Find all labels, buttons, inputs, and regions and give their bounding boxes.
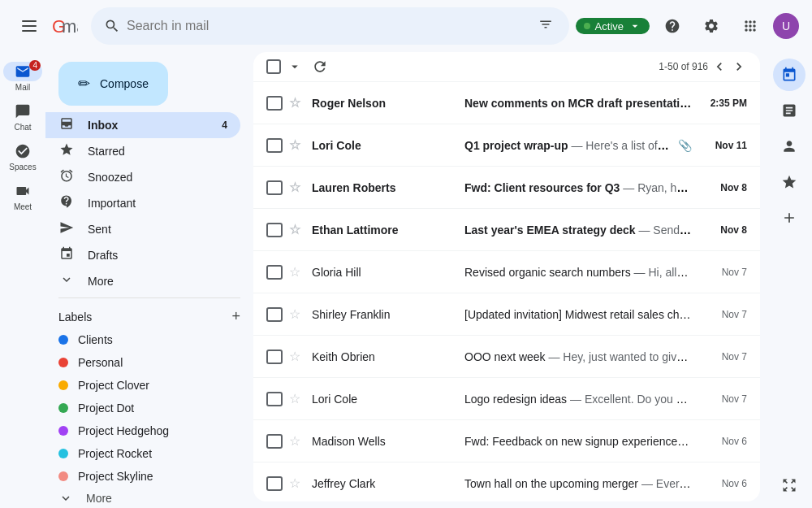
email-sender-5: Gloria Hill (312, 266, 458, 279)
hamburger-menu[interactable] (13, 10, 45, 42)
email-row[interactable]: ☆ Gloria Hill Revised organic search num… (253, 251, 760, 293)
email-star-2[interactable]: ☆ (289, 137, 305, 153)
label-item-project-hedgehog[interactable]: Project Hedgehog (45, 419, 240, 442)
right-panel-star[interactable] (773, 166, 806, 198)
email-row[interactable]: ☆ Roger Nelson New comments on MCR draft… (253, 82, 760, 124)
email-checkbox-5[interactable] (266, 265, 283, 280)
email-checkbox-7[interactable] (266, 350, 283, 364)
email-checkbox-2[interactable] (266, 138, 283, 153)
email-subject-snippet-3: Fwd: Client resources for Q3 — Ryan, her… (464, 181, 692, 194)
email-snippet-7: — Hey, just wanted to give you a heads u… (548, 350, 692, 363)
email-subject-snippet-6: [Updated invitation] Midwest retail sale… (464, 308, 692, 321)
label-item-project-skyline[interactable]: Project Skyline (45, 465, 240, 488)
nav-chat[interactable]: Chat (0, 98, 45, 135)
email-row[interactable]: ☆ Ethan Lattimore Last year's EMEA strat… (253, 209, 760, 251)
email-row[interactable]: ☆ Keith Obrien OOO next week — Hey, just… (253, 336, 760, 378)
add-label-button[interactable]: + (231, 308, 240, 325)
apps-button[interactable] (734, 10, 767, 42)
right-panel-expand[interactable] (773, 469, 806, 501)
email-checkbox-8[interactable] (266, 392, 283, 406)
email-subject-10: Town hall on the upcoming merger (464, 477, 638, 490)
settings-button[interactable] (695, 10, 728, 42)
search-input[interactable] (127, 19, 535, 33)
email-star-1[interactable]: ☆ (289, 95, 305, 111)
label-item-project-clover[interactable]: Project Clover (45, 374, 240, 397)
label-item-personal[interactable]: Personal (45, 351, 240, 374)
email-checkbox-9[interactable] (266, 434, 283, 449)
topbar-right: Active U (576, 10, 799, 42)
help-button[interactable] (656, 10, 689, 42)
gmail-logo: Gmail (52, 13, 78, 39)
email-row[interactable]: ☆ Lori Cole Logo redesign ideas — Excell… (253, 378, 760, 420)
label-text-project-hedgehog: Project Hedgehog (78, 424, 169, 437)
right-panel-contacts[interactable] (773, 130, 806, 163)
email-star-6[interactable]: ☆ (289, 306, 305, 322)
email-star-7[interactable]: ☆ (289, 349, 305, 364)
label-text-project-dot: Project Dot (78, 402, 134, 415)
email-row[interactable]: ☆ Lori Cole Q1 project wrap-up — Here's … (253, 124, 760, 167)
email-row[interactable]: ☆ Lauren Roberts Fwd: Client resources f… (253, 167, 760, 209)
active-status-badge[interactable]: Active (576, 18, 650, 34)
prev-page-button[interactable] (711, 59, 728, 75)
email-subject-snippet-10: Town hall on the upcoming merger — Every… (464, 477, 692, 490)
user-avatar[interactable]: U (773, 13, 799, 39)
label-item-project-dot[interactable]: Project Dot (45, 397, 240, 419)
refresh-button[interactable] (312, 59, 328, 75)
compose-button[interactable]: ✏ Compose (58, 62, 168, 106)
email-checkbox-6[interactable] (266, 307, 283, 322)
email-date-6: Nov 7 (698, 309, 747, 320)
nav-item-sent[interactable]: Sent (45, 216, 240, 242)
email-star-8[interactable]: ☆ (289, 391, 305, 406)
email-row[interactable]: ☆ Jeffrey Clark Town hall on the upcomin… (253, 462, 760, 501)
email-date-7: Nov 7 (698, 351, 747, 363)
email-date-1: 2:35 PM (698, 98, 747, 109)
nav-item-more[interactable]: More (45, 268, 240, 294)
label-item-project-rocket[interactable]: Project Rocket (45, 442, 240, 465)
nav-item-drafts[interactable]: Drafts (45, 242, 240, 268)
search-filter-button[interactable] (535, 14, 556, 38)
email-checkbox-4[interactable] (266, 223, 283, 237)
next-page-button[interactable] (731, 59, 747, 75)
email-list-header: 1-50 of 916 (253, 52, 760, 82)
nav-item-starred[interactable]: Starred (45, 138, 240, 164)
nav-badge-inbox: 4 (222, 119, 227, 131)
email-sender-10: Jeffrey Clark (312, 477, 458, 490)
nav-mail[interactable]: 4 Mail (0, 59, 45, 95)
nav-spaces[interactable]: Spaces (0, 138, 45, 175)
email-star-3[interactable]: ☆ (289, 180, 305, 195)
email-checkbox-10[interactable] (266, 476, 283, 491)
email-date-9: Nov 6 (698, 436, 747, 447)
nav-item-important[interactable]: Important (45, 190, 240, 216)
more-labels-label: More (86, 492, 112, 505)
email-row[interactable]: ☆ Shirley Franklin [Updated invitation] … (253, 293, 760, 336)
main-content: 4 Mail Chat Spaces Meet ✏ Compose (0, 52, 812, 508)
nav-item-inbox[interactable]: Inbox 4 (45, 112, 240, 138)
email-star-10[interactable]: ☆ (289, 475, 305, 491)
right-panel-calendar[interactable] (773, 59, 806, 91)
search-bar[interactable] (91, 7, 569, 45)
nav-meet[interactable]: Meet (0, 178, 45, 215)
email-checkbox-1[interactable] (266, 96, 283, 111)
label-text-personal: Personal (78, 356, 123, 369)
label-text-project-rocket: Project Rocket (78, 447, 152, 460)
nav-item-snoozed[interactable]: Snoozed (45, 164, 240, 190)
select-all-checkbox[interactable] (266, 59, 281, 74)
label-item-clients[interactable]: Clients (45, 328, 240, 351)
labels-divider (58, 297, 240, 298)
more-labels-item[interactable]: More (45, 488, 253, 508)
email-row[interactable]: ☆ Madison Wells Fwd: Feedback on new sig… (253, 420, 760, 462)
select-dropdown-arrow[interactable] (287, 59, 302, 74)
right-panel-add[interactable] (773, 202, 806, 234)
label-dot-personal (58, 358, 68, 367)
email-sender-8: Lori Cole (312, 393, 458, 406)
right-panel-tasks[interactable] (773, 94, 806, 127)
email-subject-2: Q1 project wrap-up (464, 139, 568, 152)
email-subject-snippet-1: New comments on MCR draft presentation —… (464, 97, 692, 110)
nav-label-sent: Sent (88, 223, 111, 236)
email-star-5[interactable]: ☆ (289, 264, 305, 280)
email-date-4: Nov 8 (698, 224, 747, 236)
nav-icon-sent (58, 220, 75, 238)
email-star-9[interactable]: ☆ (289, 433, 305, 449)
email-star-4[interactable]: ☆ (289, 222, 305, 237)
email-checkbox-3[interactable] (266, 180, 283, 195)
